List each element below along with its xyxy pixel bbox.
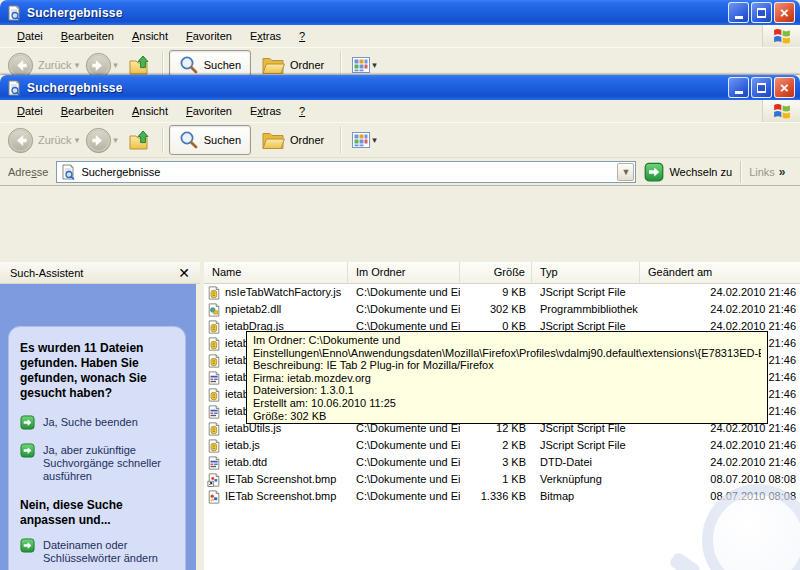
menu-hilfe[interactable]: ? [290,102,314,121]
go-arrow-icon [644,162,664,182]
folders-button[interactable]: Ordner [251,50,334,75]
menu-extras[interactable]: Extras [241,27,290,46]
views-dropdown-icon[interactable]: ▾ [372,135,377,145]
search-option-link[interactable]: Dateinamen oder Schlüsselwörter ändern [20,538,174,565]
menu-bar: Datei Bearbeiten Ansicht Favoriten Extra… [0,100,800,122]
column-headers: Name Im Ordner Größe Typ Geändert am [204,262,800,284]
column-header-modified[interactable]: Geändert am [640,262,800,283]
green-arrow-icon [20,538,35,553]
minimize-button[interactable] [728,2,749,23]
folder-icon [261,128,285,152]
table-row[interactable]: IETab Screenshot.bmp C:\Dokumente und Ei… [204,488,800,505]
search-balloon: Es wurden 11 Dateien gefunden. Haben Sie… [8,326,186,570]
close-button[interactable]: × [774,77,795,98]
search-button[interactable]: Suchen [169,50,251,75]
column-header-folder[interactable]: Im Ordner [348,262,460,283]
pane-header: Such-Assistent ✕ [0,262,200,284]
table-row[interactable]: npietab2.dll C:\Dokumente und Einst... 3… [204,301,800,318]
search-icon [179,130,199,150]
window-icon [6,80,22,96]
go-button[interactable]: Wechseln zu [644,162,732,182]
back-dropdown-icon[interactable]: ▾ [75,60,80,70]
table-row[interactable]: IETab Screenshot.bmp C:\Dokumente und Ei… [204,471,800,488]
up-button[interactable] [128,128,152,152]
back-label: Zurück [38,59,72,71]
views-dropdown-icon[interactable]: ▾ [372,60,377,70]
title-bar[interactable]: Suchergebnisse × [0,75,800,100]
magnifier-watermark-handle [668,551,702,570]
back-label: Zurück [38,134,72,146]
forward-button[interactable] [85,52,112,76]
column-header-size[interactable]: Größe [460,262,532,283]
menu-hilfe[interactable]: ? [290,27,314,46]
file-type-icon [207,320,221,334]
back-button[interactable] [7,127,34,154]
views-button[interactable]: ▾ [351,55,383,75]
green-arrow-icon [20,415,35,430]
table-row[interactable]: ietab.js C:\Dokumente und Einst... 2 KB … [204,437,800,454]
refine-heading: Nein, diese Suche anpassen und... [20,498,174,528]
menu-bar: Datei Bearbeiten Ansicht Favoriten Extra… [0,25,800,47]
menu-datei[interactable]: Datei [8,102,52,121]
search-option-link[interactable]: Ja, aber zukünftige Suchvorgänge schnell… [20,443,174,483]
search-results-list: Name Im Ordner Größe Typ Geändert am nsI… [204,262,800,570]
file-type-icon [207,473,221,487]
window-title: Suchergebnisse [27,6,728,20]
up-button[interactable] [128,53,152,75]
file-type-icon [207,337,221,351]
search-button[interactable]: Suchen [169,125,251,155]
file-type-icon [207,405,221,419]
address-input[interactable]: Suchergebnisse ▼ [56,161,636,183]
file-type-icon [207,286,221,300]
toolbar: Zurück ▾ ▾ Suchen Ordner ▾ [0,47,800,75]
windows-logo-icon [762,100,800,122]
column-header-type[interactable]: Typ [532,262,640,283]
restore-button[interactable] [751,77,772,98]
column-header-name[interactable]: Name [204,262,348,283]
forward-dropdown-icon[interactable]: ▾ [113,60,118,70]
file-type-icon [207,388,221,402]
views-icon [351,55,371,75]
menu-favoriten[interactable]: Favoriten [177,102,241,121]
restore-button[interactable] [751,2,772,23]
file-type-icon [207,303,221,317]
links-chevron-icon[interactable]: » [779,165,786,179]
back-dropdown-icon[interactable]: ▾ [75,135,80,145]
back-button[interactable] [7,52,34,76]
menu-ansicht[interactable]: Ansicht [123,102,177,121]
pane-body: Es wurden 11 Dateien gefunden. Haben Sie… [0,284,196,570]
forward-dropdown-icon[interactable]: ▾ [113,135,118,145]
views-button[interactable]: ▾ [351,130,383,150]
file-type-icon [207,456,221,470]
menu-extras[interactable]: Extras [241,102,290,121]
search-option-link[interactable]: Ja, Suche beenden [20,415,174,430]
table-row[interactable]: nsIeTabWatchFactory.js C:\Dokumente und … [204,284,800,301]
file-type-icon [207,439,221,453]
folder-icon [261,53,285,75]
address-dropdown-button[interactable]: ▼ [617,163,634,181]
address-value: Suchergebnisse [81,166,617,178]
title-bar[interactable]: Suchergebnisse × [0,0,800,25]
menu-bearbeiten[interactable]: Bearbeiten [52,102,123,121]
file-type-icon [207,371,221,385]
file-type-icon [207,422,221,436]
menu-bearbeiten[interactable]: Bearbeiten [52,27,123,46]
menu-ansicht[interactable]: Ansicht [123,27,177,46]
links-toolbar[interactable]: Links [749,166,775,178]
menu-datei[interactable]: Datei [8,27,52,46]
forward-button[interactable] [85,127,112,154]
minimize-button[interactable] [728,77,749,98]
file-type-icon [207,354,221,368]
address-bar: Adresse Suchergebnisse ▼ Wechseln zu Lin… [0,157,800,186]
address-page-icon [60,164,76,180]
close-button[interactable]: × [774,2,795,23]
folders-button[interactable]: Ordner [251,125,334,155]
window-front: Suchergebnisse × Datei Bearbeiten Ansich… [0,75,800,570]
menu-favoriten[interactable]: Favoriten [177,27,241,46]
green-arrow-icon [20,443,35,458]
window-icon [6,5,22,21]
table-row[interactable]: ietab.dtd C:\Dokumente und Einst... 3 KB… [204,454,800,471]
address-label: Adresse [8,166,48,178]
content-area: Such-Assistent ✕ Es wurden 11 Dateien ge… [0,262,800,570]
pane-close-icon[interactable]: ✕ [178,266,190,280]
